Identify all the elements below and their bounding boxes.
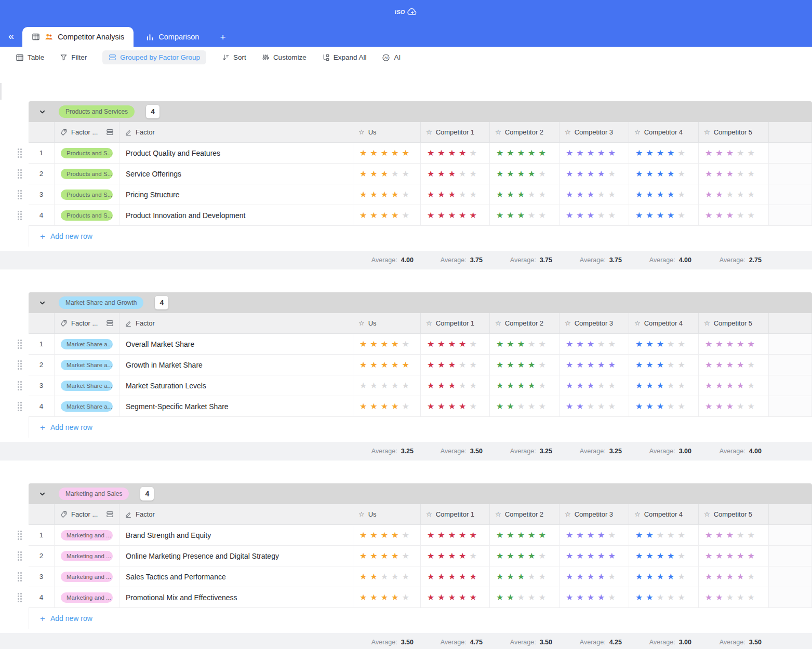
star-filled-icon[interactable]: ★ <box>496 402 503 411</box>
star-empty-icon[interactable]: ★ <box>538 191 545 199</box>
star-filled-icon[interactable]: ★ <box>608 552 615 560</box>
star-empty-icon[interactable]: ★ <box>402 211 409 220</box>
rating-cell[interactable]: ★★★★★ <box>699 396 769 417</box>
drag-handle[interactable] <box>18 551 22 561</box>
star-filled-icon[interactable]: ★ <box>360 340 367 348</box>
rating-cell[interactable]: ★★★★★ <box>629 355 699 375</box>
star-filled-icon[interactable]: ★ <box>635 170 643 178</box>
star-empty-icon[interactable]: ★ <box>469 382 476 390</box>
star-filled-icon[interactable]: ★ <box>587 531 594 539</box>
star-filled-icon[interactable]: ★ <box>608 361 615 369</box>
star-filled-icon[interactable]: ★ <box>448 531 456 539</box>
star-filled-icon[interactable]: ★ <box>587 593 594 602</box>
star-filled-icon[interactable]: ★ <box>635 340 643 348</box>
star-filled-icon[interactable]: ★ <box>705 191 712 199</box>
star-filled-icon[interactable]: ★ <box>459 149 466 157</box>
star-filled-icon[interactable]: ★ <box>737 573 744 581</box>
rating-cell[interactable]: ★★★★★ <box>421 525 490 546</box>
rating-cell[interactable]: ★★★★★ <box>560 334 629 355</box>
star-empty-icon[interactable]: ★ <box>667 382 674 390</box>
star-empty-icon[interactable]: ★ <box>538 552 545 560</box>
star-empty-icon[interactable]: ★ <box>391 573 398 581</box>
rating-cell[interactable]: ★★★★★ <box>699 566 769 587</box>
star-filled-icon[interactable]: ★ <box>427 552 434 560</box>
factor-column-header[interactable]: Factor <box>119 122 353 143</box>
star-filled-icon[interactable]: ★ <box>597 170 605 178</box>
rating-column-header[interactable]: ☆Competitor 4 <box>629 504 699 525</box>
star-filled-icon[interactable]: ★ <box>402 361 409 369</box>
star-empty-icon[interactable]: ★ <box>402 531 409 539</box>
star-filled-icon[interactable]: ★ <box>507 573 514 581</box>
star-empty-icon[interactable]: ★ <box>747 170 754 178</box>
factor-cell[interactable]: Promotional Mix and Effectiveness <box>119 587 353 608</box>
star-filled-icon[interactable]: ★ <box>517 552 525 560</box>
star-empty-icon[interactable]: ★ <box>737 149 744 157</box>
star-empty-icon[interactable]: ★ <box>538 382 545 390</box>
star-filled-icon[interactable]: ★ <box>715 382 723 390</box>
star-filled-icon[interactable]: ★ <box>370 170 377 178</box>
star-filled-icon[interactable]: ★ <box>657 170 664 178</box>
star-filled-icon[interactable]: ★ <box>646 402 653 411</box>
star-filled-icon[interactable]: ★ <box>726 340 734 348</box>
star-filled-icon[interactable]: ★ <box>370 531 377 539</box>
add-new-row-button[interactable]: +Add new row <box>29 226 812 247</box>
star-empty-icon[interactable]: ★ <box>737 593 744 602</box>
star-filled-icon[interactable]: ★ <box>566 191 573 199</box>
star-empty-icon[interactable]: ★ <box>459 361 466 369</box>
star-empty-icon[interactable]: ★ <box>402 552 409 560</box>
star-filled-icon[interactable]: ★ <box>370 211 377 220</box>
star-empty-icon[interactable]: ★ <box>747 573 754 581</box>
star-filled-icon[interactable]: ★ <box>381 552 388 560</box>
rating-column-header[interactable]: ☆Competitor 1 <box>421 504 490 525</box>
star-filled-icon[interactable]: ★ <box>459 402 466 411</box>
star-filled-icon[interactable]: ★ <box>576 340 583 348</box>
rating-cell[interactable]: ★★★★★ <box>699 546 769 566</box>
customize-button[interactable]: Customize <box>262 53 307 61</box>
star-filled-icon[interactable]: ★ <box>496 593 503 602</box>
rating-cell[interactable]: ★★★★★ <box>421 334 490 355</box>
rating-cell[interactable]: ★★★★★ <box>629 525 699 546</box>
star-filled-icon[interactable]: ★ <box>715 593 723 602</box>
star-filled-icon[interactable]: ★ <box>705 149 712 157</box>
star-filled-icon[interactable]: ★ <box>507 552 514 560</box>
star-empty-icon[interactable]: ★ <box>608 340 615 348</box>
star-filled-icon[interactable]: ★ <box>360 593 367 602</box>
star-empty-icon[interactable]: ★ <box>657 531 664 539</box>
rating-cell[interactable]: ★★★★★ <box>629 184 699 205</box>
star-filled-icon[interactable]: ★ <box>437 402 445 411</box>
star-empty-icon[interactable]: ★ <box>459 382 466 390</box>
star-filled-icon[interactable]: ★ <box>370 552 377 560</box>
star-filled-icon[interactable]: ★ <box>566 593 573 602</box>
star-filled-icon[interactable]: ★ <box>726 573 734 581</box>
star-filled-icon[interactable]: ★ <box>587 149 594 157</box>
star-empty-icon[interactable]: ★ <box>538 211 545 220</box>
star-empty-icon[interactable]: ★ <box>608 211 615 220</box>
star-filled-icon[interactable]: ★ <box>597 361 605 369</box>
star-empty-icon[interactable]: ★ <box>469 552 476 560</box>
star-filled-icon[interactable]: ★ <box>496 170 503 178</box>
star-empty-icon[interactable]: ★ <box>608 573 615 581</box>
rating-cell[interactable]: ★★★★★ <box>699 375 769 396</box>
star-filled-icon[interactable]: ★ <box>370 149 377 157</box>
drag-handle[interactable] <box>18 593 22 602</box>
factor-group-cell[interactable]: Marketing and ... <box>55 546 119 566</box>
star-filled-icon[interactable]: ★ <box>496 149 503 157</box>
factor-cell[interactable]: Service Offerings <box>119 164 353 184</box>
star-empty-icon[interactable]: ★ <box>538 402 545 411</box>
star-filled-icon[interactable]: ★ <box>576 149 583 157</box>
drag-handle[interactable] <box>18 148 22 158</box>
tab-comparison[interactable]: Comparison <box>137 27 208 47</box>
star-filled-icon[interactable]: ★ <box>646 191 653 199</box>
star-filled-icon[interactable]: ★ <box>448 573 456 581</box>
star-filled-icon[interactable]: ★ <box>496 211 503 220</box>
star-filled-icon[interactable]: ★ <box>381 531 388 539</box>
star-filled-icon[interactable]: ★ <box>715 170 723 178</box>
group-header[interactable]: Products and Services4 <box>29 101 812 122</box>
star-filled-icon[interactable]: ★ <box>566 531 573 539</box>
star-filled-icon[interactable]: ★ <box>528 531 535 539</box>
star-filled-icon[interactable]: ★ <box>437 573 445 581</box>
star-empty-icon[interactable]: ★ <box>597 340 605 348</box>
star-filled-icon[interactable]: ★ <box>437 361 445 369</box>
rating-column-header[interactable]: ☆Competitor 1 <box>421 313 490 334</box>
rating-cell[interactable]: ★★★★★ <box>490 396 560 417</box>
